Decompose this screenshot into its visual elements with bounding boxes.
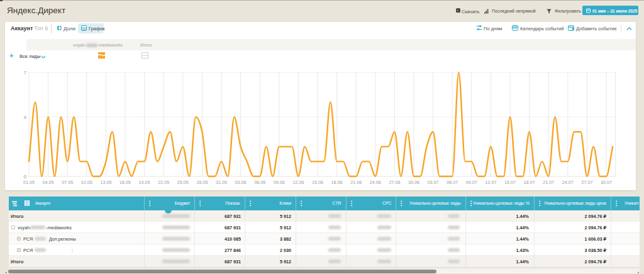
svg-text:15.07: 15.07 <box>504 180 516 185</box>
svg-text:21.07: 21.07 <box>543 180 554 185</box>
svg-text:07.05: 07.05 <box>62 180 73 185</box>
svg-text:21.06: 21.06 <box>350 180 362 185</box>
svg-text:04.05: 04.05 <box>43 180 54 185</box>
svg-text:30.07: 30.07 <box>601 180 612 185</box>
svg-text:15.06: 15.06 <box>312 180 323 185</box>
svg-text:06.06: 06.06 <box>254 180 265 185</box>
svg-text:03.06: 03.06 <box>235 180 247 185</box>
svg-text:7: 7 <box>24 70 27 76</box>
svg-text:12.06: 12.06 <box>292 180 304 185</box>
svg-text:24.07: 24.07 <box>562 180 574 185</box>
svg-text:03.07: 03.07 <box>428 180 439 185</box>
svg-text:4: 4 <box>24 115 27 120</box>
svg-text:13.05: 13.05 <box>100 180 111 185</box>
svg-text:25.05: 25.05 <box>177 180 189 185</box>
svg-text:10.05: 10.05 <box>81 180 92 185</box>
svg-text:16.05: 16.05 <box>119 180 131 185</box>
svg-text:09.07: 09.07 <box>466 180 477 185</box>
svg-text:27.07: 27.07 <box>581 180 592 185</box>
svg-text:27.06: 27.06 <box>389 180 400 185</box>
svg-text:22.05: 22.05 <box>158 180 169 185</box>
svg-text:19.05: 19.05 <box>139 180 150 185</box>
svg-text:09.06: 09.06 <box>274 180 285 185</box>
svg-text:30.06: 30.06 <box>408 180 419 185</box>
svg-text:01.05: 01.05 <box>23 180 35 185</box>
svg-text:24.06: 24.06 <box>370 180 381 185</box>
svg-text:18.07: 18.07 <box>524 180 535 185</box>
svg-text:0: 0 <box>24 174 27 180</box>
svg-text:28.05: 28.05 <box>196 180 208 185</box>
svg-text:12.07: 12.07 <box>485 180 496 185</box>
svg-text:18.06: 18.06 <box>331 180 343 185</box>
svg-text:06.07: 06.07 <box>447 180 458 185</box>
svg-text:31.05: 31.05 <box>216 180 227 185</box>
